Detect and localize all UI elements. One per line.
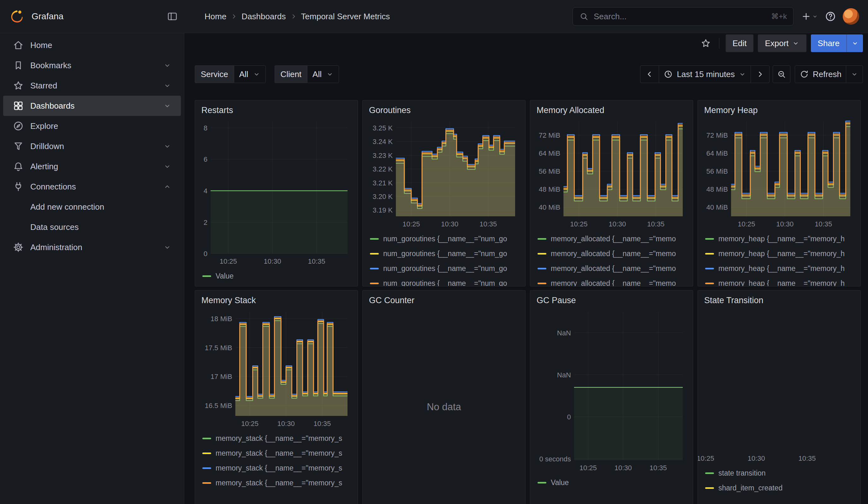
toolbar-divider bbox=[719, 38, 719, 49]
panel-header: Memory Allocated bbox=[530, 101, 693, 117]
share-button-label: Share bbox=[818, 39, 840, 48]
svg-text:0 seconds: 0 seconds bbox=[539, 455, 571, 463]
legend-item[interactable]: num_goroutines {__name__="num_go bbox=[370, 261, 519, 276]
time-forward-button[interactable] bbox=[751, 66, 769, 83]
sidebar-item-data-sources[interactable]: Data sources bbox=[3, 217, 181, 237]
breadcrumb-separator-icon bbox=[290, 13, 297, 20]
cog-icon bbox=[13, 241, 24, 253]
export-button-label: Export bbox=[765, 39, 788, 48]
sidebar-item-add-new-connection[interactable]: Add new connection bbox=[3, 197, 181, 217]
variable-value-dropdown[interactable]: All bbox=[234, 65, 266, 83]
clock-icon bbox=[663, 70, 673, 79]
legend-item[interactable]: shard_item_created bbox=[705, 481, 854, 495]
sidebar-item-label: Connections bbox=[30, 182, 76, 192]
svg-text:10:30: 10:30 bbox=[264, 257, 281, 265]
legend-swatch bbox=[202, 467, 211, 469]
panel-header: Memory Heap bbox=[698, 101, 860, 117]
legend-item[interactable]: num_goroutines {__name__="num_go bbox=[370, 246, 519, 261]
legend-item[interactable]: memory_heap {__name__="memory_h bbox=[705, 276, 854, 286]
legend-item[interactable]: memory_stack {__name__="memory_s bbox=[202, 475, 351, 491]
legend-item[interactable]: memory_allocated {__name__="memo bbox=[538, 276, 686, 286]
dashboard-content: Edit Export Share ServiceAllClientAll bbox=[184, 33, 868, 504]
legend-item[interactable]: Value bbox=[538, 475, 686, 490]
time-range-picker[interactable]: Last 15 minutes bbox=[659, 66, 751, 83]
search-placeholder: Search... bbox=[594, 12, 627, 21]
legend-label: memory_stack {__name__="memory_s bbox=[216, 449, 342, 457]
panel-title[interactable]: GC Pause bbox=[537, 296, 576, 305]
legend-item[interactable]: memory_heap {__name__="memory_h bbox=[705, 261, 854, 276]
search-input[interactable]: Search... ⌘+k bbox=[572, 7, 794, 25]
legend-item[interactable]: state transition bbox=[705, 466, 854, 481]
panel-memory-allocated: Memory Allocated40 MiB48 MiB56 MiB64 MiB… bbox=[530, 100, 693, 286]
legend-item[interactable]: Value bbox=[202, 269, 351, 284]
panel-title[interactable]: Memory Stack bbox=[202, 296, 256, 305]
variable-value-dropdown[interactable]: All bbox=[307, 65, 339, 83]
share-button[interactable]: Share bbox=[811, 34, 847, 52]
panel-header: Restarts bbox=[195, 101, 358, 117]
legend-item[interactable]: memory_allocated {__name__="memo bbox=[538, 246, 686, 261]
svg-text:3.24 K: 3.24 K bbox=[373, 138, 393, 146]
zoom-out-group bbox=[773, 65, 790, 83]
sidebar-item-connections[interactable]: Connections bbox=[3, 176, 181, 197]
grafana-logo-icon[interactable] bbox=[9, 9, 24, 24]
svg-text:10:35: 10:35 bbox=[308, 257, 325, 265]
time-back-button[interactable] bbox=[640, 66, 659, 83]
export-button[interactable]: Export bbox=[758, 34, 806, 52]
dock-menu-icon[interactable] bbox=[167, 11, 178, 22]
legend-swatch bbox=[705, 268, 714, 269]
refresh-button[interactable]: Refresh bbox=[795, 66, 846, 83]
legend-label: num_goroutines {__name__="num_go bbox=[383, 264, 507, 273]
new-button[interactable] bbox=[801, 11, 818, 21]
favorite-button[interactable] bbox=[699, 36, 713, 50]
svg-text:10:30: 10:30 bbox=[614, 464, 632, 472]
panel-title[interactable]: Restarts bbox=[202, 105, 233, 115]
legend-item[interactable]: memory_stack {__name__="memory_s bbox=[202, 431, 351, 446]
panel-title[interactable]: Memory Allocated bbox=[537, 105, 604, 115]
home-icon bbox=[13, 40, 24, 51]
share-dropdown-button[interactable] bbox=[847, 34, 863, 52]
legend-label: memory_allocated {__name__="memo bbox=[551, 249, 676, 258]
chevron-right-icon bbox=[755, 70, 765, 79]
panel-gc-counter: GC CounterNo data bbox=[362, 290, 526, 504]
panel-header: GC Pause bbox=[530, 290, 693, 307]
panel-chart: NaNNaN00 seconds10:2510:3010:35 bbox=[537, 309, 686, 474]
breadcrumb-item[interactable]: Home bbox=[205, 12, 226, 21]
search-icon bbox=[579, 12, 589, 21]
sidebar-item-label: Add new connection bbox=[30, 202, 104, 212]
sidebar-item-drilldown[interactable]: Drilldown bbox=[3, 136, 181, 156]
legend-item[interactable]: memory_allocated {__name__="memo bbox=[538, 261, 686, 276]
svg-text:3.22 K: 3.22 K bbox=[373, 165, 393, 173]
sidebar-item-explore[interactable]: Explore bbox=[3, 116, 181, 136]
panel-legend: memory_stack {__name__="memory_smemory_s… bbox=[195, 430, 358, 491]
legend-label: memory_stack {__name__="memory_s bbox=[216, 464, 342, 472]
legend-item[interactable]: memory_allocated {__name__="memo bbox=[538, 232, 686, 246]
panel-title[interactable]: State Transition bbox=[704, 296, 764, 305]
breadcrumb-item[interactable]: Dashboards bbox=[241, 12, 286, 21]
zoom-out-button[interactable] bbox=[773, 66, 790, 83]
legend-item[interactable]: num_goroutines {__name__="num_go bbox=[370, 276, 519, 286]
sidebar-item-alerting[interactable]: Alerting bbox=[3, 156, 181, 176]
sidebar-item-administration[interactable]: Administration bbox=[3, 237, 181, 257]
refresh-interval-dropdown[interactable] bbox=[846, 66, 862, 83]
panel-title[interactable]: Goroutines bbox=[369, 105, 411, 115]
legend-item[interactable]: num_goroutines {__name__="num_go bbox=[370, 232, 519, 246]
svg-text:56 MiB: 56 MiB bbox=[539, 167, 560, 175]
edit-button[interactable]: Edit bbox=[726, 34, 754, 52]
legend-item[interactable]: memory_heap {__name__="memory_h bbox=[705, 232, 854, 246]
chevron-down-icon bbox=[163, 61, 172, 70]
sidebar-item-label: Administration bbox=[30, 243, 82, 252]
legend-item[interactable]: memory_stack {__name__="memory_s bbox=[202, 446, 351, 461]
sidebar-item-dashboards[interactable]: Dashboards bbox=[3, 96, 181, 116]
help-button[interactable] bbox=[825, 10, 836, 22]
chevron-down-icon bbox=[163, 81, 172, 90]
legend-swatch bbox=[370, 253, 379, 255]
sidebar-item-bookmarks[interactable]: Bookmarks bbox=[3, 55, 181, 75]
legend-item[interactable]: memory_stack {__name__="memory_s bbox=[202, 461, 351, 475]
avatar[interactable] bbox=[843, 8, 859, 25]
sidebar-item-starred[interactable]: Starred bbox=[3, 75, 181, 96]
legend-item[interactable]: memory_heap {__name__="memory_h bbox=[705, 246, 854, 261]
legend-swatch bbox=[705, 238, 714, 240]
panel-chart: 40 MiB48 MiB56 MiB64 MiB72 MiB10:2510:30… bbox=[537, 119, 686, 230]
sidebar-item-home[interactable]: Home bbox=[3, 35, 181, 55]
panel-title[interactable]: Memory Heap bbox=[704, 105, 758, 115]
